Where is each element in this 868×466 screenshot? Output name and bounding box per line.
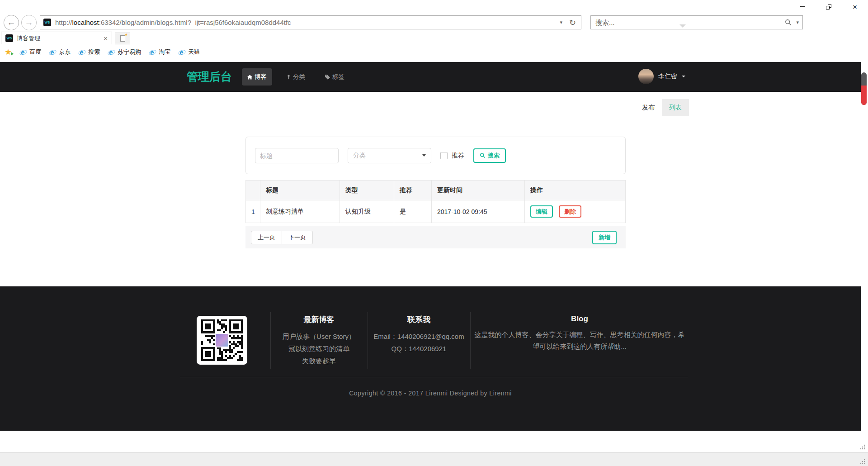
cell-index: 1 — [246, 200, 260, 223]
title-input[interactable] — [255, 148, 339, 163]
edit-button[interactable]: 编辑 — [530, 205, 553, 218]
header-index — [246, 181, 260, 200]
search-dropdown-icon[interactable]: ▾ — [792, 19, 799, 25]
tag-icon — [325, 75, 330, 80]
navbar-menu: 博客 分类 标签 — [242, 68, 350, 86]
ie-icon: e — [49, 48, 57, 56]
latest-link[interactable]: 冠以刻意练习的清单 — [270, 342, 368, 355]
chevron-down-icon — [422, 154, 426, 157]
cell-type: 认知升级 — [340, 200, 394, 223]
pagination: 上一页 下一页 — [251, 231, 313, 244]
favorite-taobao[interactable]: e淘宝 — [149, 48, 170, 56]
site-footer: 最新博客 用户故事（User Story） 冠以刻意练习的清单 失败要趁早 联系… — [0, 286, 861, 431]
resize-grip[interactable] — [860, 458, 866, 464]
cell-title: 刻意练习清单 — [260, 200, 340, 223]
tab-list[interactable]: 列表 — [662, 99, 689, 116]
favorites-bar: ★ e百度 e京东 e搜索 e苏宁易购 e淘宝 e天猫 — [0, 44, 868, 60]
filter-panel: 分类 推荐 搜索 — [245, 137, 626, 174]
user-menu[interactable]: 李仁密 — [638, 69, 685, 84]
tab-blog-admin[interactable]: WS 博客管理 × — [1, 32, 112, 44]
nav-item-tags[interactable]: 标签 — [320, 68, 350, 86]
subnav-tabs: 发布 列表 — [635, 99, 689, 116]
close-button[interactable]: × — [842, 0, 868, 14]
header-recommend: 推荐 — [394, 181, 432, 200]
contact-email: Email：1440206921@qq.com — [368, 330, 470, 342]
search-button[interactable]: 搜索 — [473, 148, 506, 163]
cell-actions: 编辑 删除 — [525, 200, 626, 223]
favorites-bar-icon[interactable]: ★ — [5, 48, 12, 56]
pushpin-icon — [287, 75, 291, 80]
recommend-filter: 推荐 — [440, 152, 464, 160]
favorite-jd[interactable]: e京东 — [49, 48, 71, 56]
footer-blog-column: Blog 这是我的个人博客、会分享关于编程、写作、思考相关的任何内容，希望可以给… — [470, 314, 689, 352]
header-type: 类型 — [340, 181, 394, 200]
restore-button[interactable] — [816, 0, 842, 14]
delete-button[interactable]: 删除 — [559, 205, 581, 218]
ie-icon: e — [78, 48, 86, 56]
forward-button[interactable]: → — [21, 15, 37, 30]
refresh-icon[interactable]: ↻ — [566, 18, 578, 28]
admin-navbar: 管理后台 博客 分类 标签 李仁密 — [0, 62, 861, 92]
brand-logo[interactable]: 管理后台 — [187, 69, 232, 84]
blog-description: 这是我的个人博客、会分享关于编程、写作、思考相关的任何内容，希望可以给来到这的人… — [470, 329, 689, 352]
forward-icon: → — [25, 18, 33, 28]
new-tab-button[interactable]: * — [115, 33, 130, 44]
blog-title: Blog — [470, 314, 689, 323]
window-titlebar: × — [0, 0, 868, 14]
add-button[interactable]: 新增 — [592, 231, 617, 244]
latest-link[interactable]: 用户故事（User Story） — [270, 330, 368, 342]
url-field[interactable]: WS http://localhost:63342/blog/admin/blo… — [40, 15, 581, 29]
favorite-baidu[interactable]: e百度 — [19, 48, 41, 56]
table-footer: 上一页 下一页 新增 — [245, 226, 626, 248]
back-button[interactable]: ← — [4, 15, 19, 30]
footer-latest-column: 最新博客 用户故事（User Story） 冠以刻意练习的清单 失败要趁早 — [270, 314, 368, 367]
next-page-button[interactable]: 下一页 — [282, 231, 313, 244]
copyright: Copyright © 2016 - 2017 Lirenmi Designed… — [0, 390, 861, 397]
qr-center-logo — [215, 333, 229, 347]
ie-icon: e — [108, 48, 115, 56]
minimize-button[interactable] — [789, 0, 816, 14]
green-arrow-icon — [11, 52, 14, 56]
subnav-bar: 发布 列表 — [0, 92, 861, 116]
qr-code — [197, 316, 247, 365]
scrollbar-thumb[interactable] — [861, 72, 867, 105]
restore-icon — [826, 4, 831, 10]
favorite-search[interactable]: e搜索 — [78, 48, 100, 56]
recommend-checkbox[interactable] — [440, 152, 448, 159]
chevron-down-icon — [682, 76, 685, 77]
url-text: http://localhost:63342/blog/admin/blogs.… — [55, 19, 556, 26]
window-controls: × — [789, 0, 868, 14]
tab-title: 博客管理 — [17, 34, 104, 43]
url-dropdown-icon[interactable]: ▾ — [556, 19, 566, 25]
category-select[interactable]: 分类 — [348, 148, 431, 163]
prev-page-button[interactable]: 上一页 — [251, 231, 282, 244]
latest-blogs-title: 最新博客 — [270, 314, 368, 325]
search-icon — [480, 152, 486, 158]
search-icon — [785, 19, 792, 26]
ie-icon: e — [19, 48, 27, 56]
browser-search-input[interactable] — [594, 18, 785, 27]
header-title: 标题 — [260, 181, 340, 200]
resize-grip[interactable] — [860, 444, 866, 450]
tab-close-icon[interactable]: × — [104, 34, 108, 42]
footer-rule — [180, 377, 688, 377]
table-row: 1 刻意练习清单 认知升级 是 2017-10-02 09:45 编辑 删除 — [246, 200, 626, 223]
browser-search-box[interactable]: ▾ — [590, 15, 803, 29]
nav-item-blog[interactable]: 博客 — [242, 68, 272, 86]
ie-icon: e — [149, 48, 156, 56]
new-tab-icon: * — [120, 35, 125, 42]
favorite-tmall[interactable]: e天猫 — [178, 48, 200, 56]
user-avatar — [638, 69, 654, 84]
favorite-suning[interactable]: e苏宁易购 — [108, 48, 141, 56]
footer-contact-column: 联系我 Email：1440206921@qq.com QQ：144020692… — [368, 314, 470, 355]
browser-tab-row: WS 博客管理 × * — [0, 32, 868, 44]
home-icon — [247, 75, 252, 80]
nav-item-category[interactable]: 分类 — [281, 68, 311, 86]
ie-icon: e — [178, 48, 186, 56]
latest-link[interactable]: 失败要趁早 — [270, 355, 368, 367]
contact-qq: QQ：1440206921 — [368, 342, 470, 355]
active-tab-notch — [679, 24, 686, 28]
tab-publish[interactable]: 发布 — [635, 99, 662, 116]
table-header-row: 标题 类型 推荐 更新时间 操作 — [246, 181, 626, 200]
scrollbar-thumb-red — [861, 86, 867, 105]
